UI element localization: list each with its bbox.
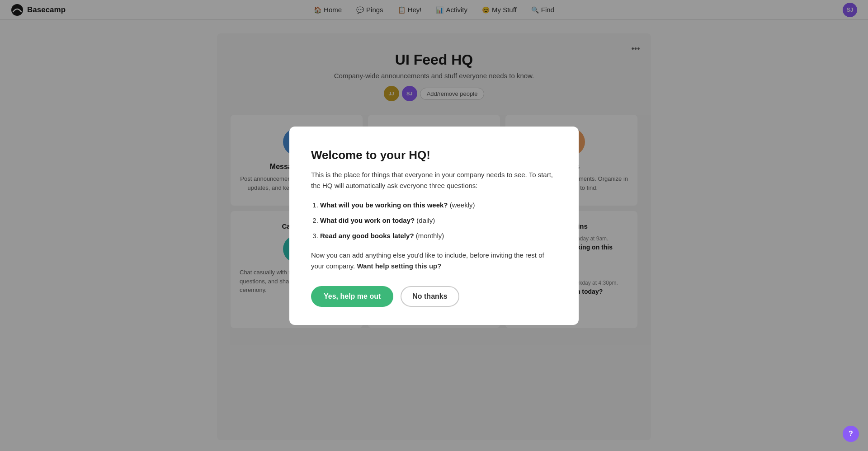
- modal-overlay: Welcome to your HQ! This is the place fo…: [0, 0, 868, 451]
- modal-list-item-2: What did you work on today? (daily): [320, 214, 557, 227]
- modal-list-item-3-suffix: (monthly): [414, 232, 444, 240]
- modal-list: What will you be working on this week? (…: [320, 198, 557, 243]
- welcome-modal: Welcome to your HQ! This is the place fo…: [289, 127, 579, 325]
- modal-list-item-1-suffix: (weekly): [448, 201, 475, 209]
- modal-list-item-2-bold: What did you work on today?: [320, 216, 415, 224]
- no-thanks-button[interactable]: No thanks: [401, 286, 459, 307]
- modal-intro: This is the place for things that everyo…: [311, 169, 557, 191]
- modal-list-item-3: Read any good books lately? (monthly): [320, 229, 557, 243]
- modal-title: Welcome to your HQ!: [311, 148, 557, 162]
- help-me-out-button[interactable]: Yes, help me out: [311, 286, 393, 307]
- modal-list-item-2-suffix: (daily): [415, 216, 435, 224]
- modal-list-item-1-bold: What will you be working on this week?: [320, 201, 448, 209]
- modal-list-item-1: What will you be working on this week? (…: [320, 198, 557, 212]
- modal-outro-bold: Want help setting this up?: [357, 262, 441, 270]
- modal-list-item-3-bold: Read any good books lately?: [320, 232, 414, 240]
- modal-outro: Now you can add anything else you'd like…: [311, 250, 557, 272]
- help-button[interactable]: ?: [843, 426, 859, 442]
- modal-buttons: Yes, help me out No thanks: [311, 286, 557, 307]
